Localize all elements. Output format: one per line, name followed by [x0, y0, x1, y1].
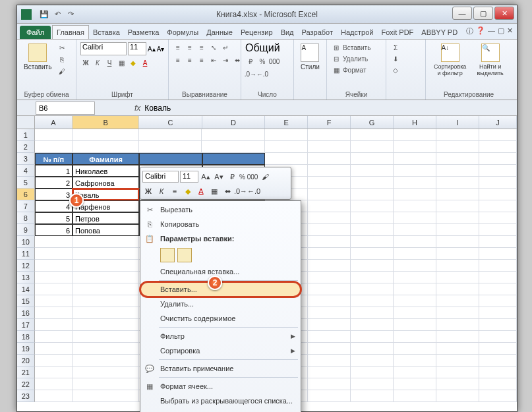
cell-B10[interactable] — [73, 236, 139, 248]
cell-G23[interactable] — [351, 390, 394, 402]
cell-I1[interactable] — [436, 129, 479, 141]
cell-I14[interactable] — [436, 283, 479, 295]
paste-option-1[interactable] — [160, 248, 175, 262]
cell-I21[interactable] — [436, 367, 479, 378]
cell-J19[interactable] — [479, 343, 517, 355]
cell-F2[interactable] — [308, 141, 351, 153]
cell-A6[interactable]: 3 — [35, 189, 73, 200]
doc-min-icon[interactable]: — — [488, 26, 495, 36]
tab-foxit[interactable]: Foxit PDF — [377, 26, 417, 39]
cell-B3[interactable]: Фамилия — [73, 153, 139, 165]
cell-J1[interactable] — [479, 129, 517, 141]
cell-A4[interactable]: 1 — [35, 165, 73, 177]
minimize-ribbon-icon[interactable]: ⓘ — [466, 26, 473, 36]
cell-C3[interactable] — [139, 153, 202, 165]
orientation-icon[interactable]: ⤡ — [208, 42, 219, 53]
cell-G15[interactable] — [351, 295, 394, 307]
cell-A17[interactable] — [35, 319, 73, 331]
cell-G13[interactable] — [351, 272, 394, 283]
ctx-filter[interactable]: Фильтр▶ — [140, 329, 301, 343]
cell-G3[interactable] — [351, 153, 394, 165]
find-select-button[interactable]: 🔍 Найти и выделить — [473, 42, 508, 78]
cell-I12[interactable] — [436, 260, 479, 272]
align-top-icon[interactable]: ≡ — [173, 42, 183, 53]
col-header-H[interactable]: H — [394, 116, 436, 129]
quick-access-toolbar[interactable]: 💾 ↶ ↷ — [38, 9, 76, 20]
cell-I4[interactable] — [436, 165, 479, 177]
cell-D1[interactable] — [202, 129, 264, 141]
col-header-D[interactable]: D — [202, 116, 265, 129]
cell-I19[interactable] — [436, 343, 479, 355]
cell-I8[interactable] — [436, 212, 479, 224]
cell-I18[interactable] — [436, 331, 479, 343]
cell-A16[interactable] — [35, 307, 73, 319]
cell-J6[interactable] — [479, 189, 517, 200]
cell-B8[interactable]: Петров — [73, 212, 139, 224]
cell-B19[interactable] — [73, 343, 139, 355]
mini-border-icon[interactable]: ▦ — [208, 185, 220, 197]
cell-B9[interactable]: Попова — [73, 224, 139, 236]
underline-icon[interactable]: Ч — [104, 57, 115, 68]
cell-G12[interactable] — [351, 260, 394, 272]
cell-G7[interactable] — [351, 200, 394, 212]
cell-A1[interactable] — [35, 129, 73, 141]
cell-A3[interactable]: № п/п — [35, 153, 73, 165]
cell-G4[interactable] — [351, 165, 394, 177]
cell-F17[interactable] — [308, 319, 351, 331]
cell-J16[interactable] — [479, 307, 517, 319]
row-header-19[interactable]: 19 — [17, 343, 35, 355]
font-color-icon[interactable]: A — [140, 57, 150, 68]
ctx-format-cells[interactable]: ▦Формат ячеек... — [140, 379, 301, 394]
row-header-12[interactable]: 12 — [17, 260, 35, 272]
cell-H16[interactable] — [394, 307, 436, 319]
cell-A8[interactable]: 5 — [35, 212, 73, 224]
mini-italic-icon[interactable]: К — [156, 185, 167, 197]
col-header-J[interactable]: J — [479, 116, 517, 129]
cell-G22[interactable] — [351, 378, 394, 390]
tab-layout[interactable]: Разметка — [124, 26, 163, 39]
undo-icon[interactable]: ↶ — [51, 9, 63, 20]
mini-fontcolor-icon[interactable]: A — [195, 185, 207, 197]
cell-I9[interactable] — [436, 224, 479, 236]
cell-F11[interactable] — [308, 248, 351, 260]
cell-F16[interactable] — [308, 307, 351, 319]
doc-close-icon[interactable]: ✕ — [507, 26, 513, 36]
row-header-7[interactable]: 7 — [17, 200, 35, 212]
border-icon[interactable]: ▦ — [116, 57, 127, 68]
cell-H13[interactable] — [394, 272, 436, 283]
tab-abbyy[interactable]: ABBYY PD — [417, 26, 461, 39]
cell-F9[interactable] — [308, 224, 351, 236]
cell-I10[interactable] — [436, 236, 479, 248]
col-header-G[interactable]: G — [351, 116, 394, 129]
cell-J8[interactable] — [479, 212, 517, 224]
row-header-22[interactable]: 22 — [17, 378, 35, 390]
cell-F13[interactable] — [308, 272, 351, 283]
cell-A20[interactable] — [35, 355, 73, 367]
mini-font-combo[interactable]: Calibri — [142, 171, 179, 183]
ctx-sort[interactable]: Сортировка▶ — [140, 343, 301, 358]
cell-B15[interactable] — [73, 295, 139, 307]
cell-J22[interactable] — [479, 378, 517, 390]
file-tab[interactable]: Файл — [20, 26, 51, 39]
row-header-17[interactable]: 17 — [17, 319, 35, 331]
align-center-icon[interactable]: ≡ — [185, 55, 195, 65]
cell-I16[interactable] — [436, 307, 479, 319]
align-left-icon[interactable]: ≡ — [173, 55, 183, 65]
cell-H18[interactable] — [394, 331, 436, 343]
row-header-20[interactable]: 20 — [17, 355, 35, 367]
row-header-13[interactable]: 13 — [17, 272, 35, 283]
cell-J20[interactable] — [479, 355, 517, 367]
cell-H9[interactable] — [394, 224, 436, 236]
cell-A7[interactable]: 4 — [35, 200, 73, 212]
cells-format[interactable]: ▦Формат — [331, 65, 367, 75]
cell-F3[interactable] — [308, 153, 351, 165]
cell-F19[interactable] — [308, 343, 351, 355]
cell-A18[interactable] — [35, 331, 73, 343]
cell-H20[interactable] — [394, 355, 436, 367]
cell-B21[interactable] — [73, 367, 139, 378]
col-header-C[interactable]: C — [139, 116, 202, 129]
cells-delete[interactable]: ⊟Удалить — [331, 53, 368, 64]
cell-A2[interactable] — [35, 141, 73, 153]
cell-A5[interactable]: 2 — [35, 177, 73, 189]
cell-A11[interactable] — [35, 248, 73, 260]
